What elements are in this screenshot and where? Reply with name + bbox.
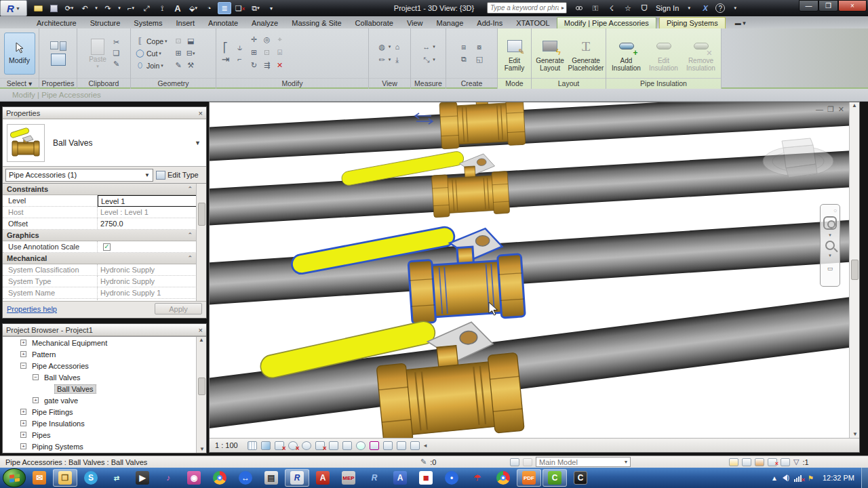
tab-annotate[interactable]: Annotate [201, 18, 245, 28]
switch-windows-button[interactable]: ⧉▾ [249, 2, 262, 14]
copy-icon[interactable]: ◎ [262, 35, 272, 45]
ribbon-collapse-button[interactable]: ▬ ▾ [735, 20, 746, 28]
sun-path-icon[interactable]: × [275, 441, 284, 450]
select-pinned-icon[interactable] [755, 458, 764, 466]
taskbar-snipping-tool-icon[interactable]: ◉ [182, 469, 206, 487]
tray-expand-icon[interactable]: ▲ [771, 474, 778, 482]
unlocked-view-icon[interactable] [342, 441, 352, 450]
tree-item-pattern[interactable]: +Pattern [3, 348, 206, 360]
edit-insulation-button[interactable]: Edit Insulation [646, 35, 682, 72]
type-selector-dropdown-icon[interactable]: ▼ [195, 140, 201, 146]
taskbar-revit-icon[interactable]: R [285, 469, 309, 487]
taskbar-skype-icon[interactable]: S [79, 469, 103, 487]
select-links-icon[interactable] [742, 458, 751, 466]
zoom-dropdown-icon[interactable]: ▾ [829, 253, 831, 258]
section-constraints[interactable]: Constraints⌃ [3, 184, 206, 195]
remove-insulation-button[interactable]: ✕ Remove Insulation [684, 35, 719, 72]
taskbar-autocad-icon[interactable]: A [311, 469, 335, 487]
project-browser-scrollbar[interactable]: ▲▼ [196, 337, 206, 453]
taskbar-mep-icon[interactable]: MEP [336, 469, 361, 487]
offset-icon[interactable]: ⇥ [220, 54, 231, 64]
cut-to-clipboard-icon[interactable]: ✂ [111, 37, 121, 47]
shadows-icon[interactable]: × [288, 441, 298, 450]
scale-icon[interactable]: ⊡ [262, 47, 272, 58]
properties-help-link[interactable]: Properties help [7, 305, 57, 313]
taskbar-revit-2-icon[interactable]: R [362, 469, 387, 487]
pin-icon[interactable]: ⌖ [275, 35, 285, 45]
view-vertical-scrollbar[interactable]: ▲▼ [849, 102, 859, 439]
view-close-icon[interactable]: ✕ [838, 105, 844, 114]
close-hidden-windows-button[interactable]: ❏x [233, 2, 247, 14]
section-button[interactable]: ◔ [202, 2, 216, 14]
tab-collaborate[interactable]: Collaborate [349, 18, 400, 28]
properties-palette-icon[interactable] [50, 41, 66, 51]
taskbar-pdf-icon[interactable]: PDF [517, 469, 541, 487]
customize-qat-button[interactable]: ▾ [264, 2, 278, 14]
tab-add-ins[interactable]: Add-Ins [470, 18, 509, 28]
close-icon[interactable]: × [199, 326, 203, 334]
restore-button[interactable]: ❐ [818, 0, 838, 12]
open-button[interactable] [31, 2, 45, 14]
temporary-view-properties-icon[interactable] [383, 441, 393, 450]
property-row-annotation-scale[interactable]: Use Annotation Scale✓ [3, 241, 206, 253]
dimension-icon[interactable]: ⤡ [421, 55, 431, 65]
filter-icon[interactable]: ▽ [793, 458, 799, 466]
drawing-area-3d-view[interactable]: — ❐ ✕ ◌ ▾ ▾ ▭ ▲▼ [209, 102, 860, 453]
taskbar-teamviewer-icon[interactable]: ↔ [233, 469, 258, 487]
create-parts-icon[interactable]: ◱ [475, 54, 485, 64]
start-button[interactable] [3, 468, 26, 487]
cut-geometry-button[interactable]: ◯Cut▾ [135, 48, 167, 58]
tree-item-pipe-insulations[interactable]: +Pipe Insulations [3, 418, 206, 429]
type-selector[interactable]: Ball Valves ▼ [3, 119, 206, 167]
delete-icon[interactable]: ✕ [275, 60, 285, 70]
network-icon[interactable]: × [794, 474, 803, 482]
view-scale[interactable]: 1 : 100 [215, 441, 238, 449]
exchange-apps-icon[interactable]: X [699, 3, 711, 14]
override-graphics-icon[interactable]: ◍ [377, 42, 387, 52]
view-restore-icon[interactable]: ❐ [827, 105, 834, 114]
crop-region-visible-icon[interactable] [329, 441, 338, 450]
tag-button[interactable]: ⟟ [155, 2, 169, 14]
ball-valve-3-selected[interactable] [289, 221, 525, 331]
redo-dropdown[interactable]: ▾ [117, 2, 122, 14]
aligned-dimension-button[interactable]: ⤢ [140, 2, 153, 14]
redo-button[interactable]: ↷ [101, 2, 115, 14]
annotation-scale-checkbox[interactable]: ✓ [103, 243, 111, 251]
favorites-star-icon[interactable]: ☆ [622, 3, 634, 14]
design-options-icon[interactable] [510, 458, 519, 466]
constraints-icon[interactable] [397, 441, 406, 450]
undo-button[interactable]: ↶ [78, 2, 92, 14]
add-insulation-button[interactable]: + Add Insulation [609, 35, 644, 72]
search-input[interactable] [488, 4, 561, 12]
ball-valve-1[interactable] [439, 102, 526, 149]
help-icon[interactable]: ? [715, 3, 725, 13]
add-to-set-icon[interactable] [523, 458, 532, 466]
properties-palette-header[interactable]: Properties × [3, 107, 206, 119]
save-button[interactable] [47, 2, 60, 14]
properties-scrollbar[interactable] [196, 184, 206, 301]
move-icon[interactable]: ✛ [249, 35, 259, 45]
beam-joins-icon[interactable]: ⊞ [174, 48, 184, 58]
taskbar-media-player-icon[interactable]: ▶ [130, 469, 155, 487]
split-face-icon[interactable]: ⊟▾ [186, 48, 196, 58]
sign-in-avatar-icon[interactable]: ᗜ [638, 3, 650, 14]
project-browser-header[interactable]: Project Browser - Project1 × [3, 324, 206, 336]
minimize-button[interactable]: — [799, 0, 818, 12]
tree-item-mechanical-equipment[interactable]: +Mechanical Equipment [3, 337, 206, 348]
taskbar-teamviewer-2-icon[interactable]: • [439, 469, 464, 487]
ball-valve-2[interactable] [340, 148, 510, 223]
sign-in-dropdown[interactable]: ▾ [683, 3, 695, 14]
vcb-collapse-icon[interactable]: ◂ [424, 442, 427, 449]
detail-level-icon[interactable] [248, 441, 257, 450]
selection-filter-combo[interactable]: Pipe Accessories (1)▼ [5, 169, 153, 182]
tree-item-pipe-accessories[interactable]: −Pipe Accessories [3, 360, 206, 371]
sign-in-button[interactable]: Sign In [656, 4, 679, 12]
select-underlay-icon[interactable]: × [768, 458, 777, 466]
taskbar-calculator-icon[interactable]: ▤ [259, 469, 283, 487]
steering-wheel-icon[interactable] [823, 216, 837, 230]
tree-item-ball-valves[interactable]: −Ball Valves [3, 371, 206, 383]
reveal-constraints-icon[interactable] [729, 458, 738, 466]
array-icon[interactable]: ⊞ [249, 47, 259, 58]
rotate-icon[interactable]: ↻ [249, 60, 259, 70]
view-minimize-icon[interactable]: — [816, 105, 823, 114]
